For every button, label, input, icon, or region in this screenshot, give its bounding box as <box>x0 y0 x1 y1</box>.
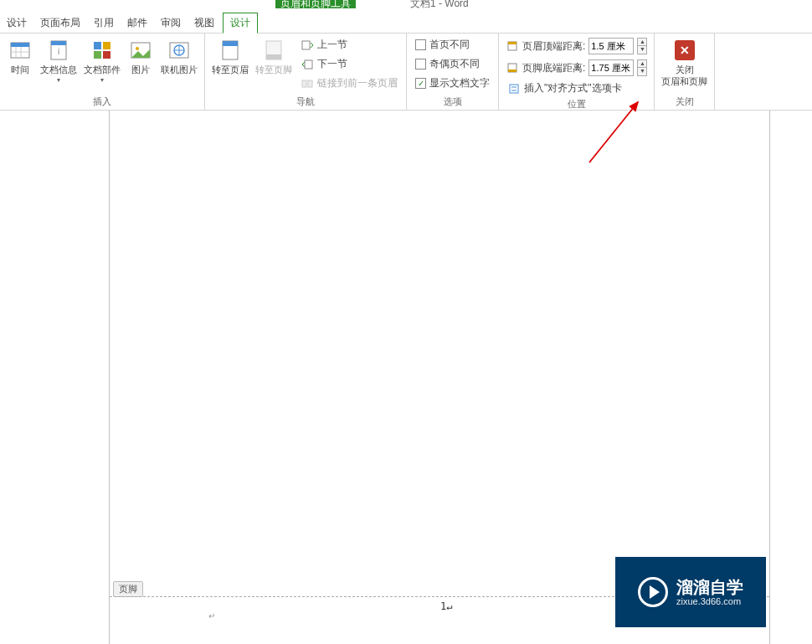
group-insert-label: 插入 <box>3 95 201 110</box>
header-top-distance-label: 页眉顶端距离: <box>522 39 585 54</box>
button-next-section[interactable]: 下一节 <box>299 56 399 72</box>
svg-rect-22 <box>302 80 306 87</box>
svg-rect-17 <box>223 41 238 46</box>
svg-rect-21 <box>305 60 312 69</box>
doc-parts-icon <box>89 37 116 64</box>
footer-bottom-distance-row: 页脚底端距离: ▲ ▼ <box>506 59 647 77</box>
button-doc-parts[interactable]: 文档部件 ▾ <box>80 35 124 85</box>
footer-bottom-distance-input[interactable] <box>588 59 634 76</box>
group-navigation-label: 导航 <box>208 95 403 110</box>
tab-mailings[interactable]: 邮件 <box>121 13 154 33</box>
svg-rect-20 <box>302 41 310 49</box>
group-position: 页眉顶端距离: ▲ ▼ 页脚底端距离: ▲ ▼ <box>499 33 655 110</box>
footer-bottom-distance-label: 页脚底端距离: <box>522 61 585 75</box>
svg-rect-6 <box>51 41 66 45</box>
spin-down-button[interactable]: ▼ <box>637 68 647 76</box>
checkbox-icon <box>415 39 426 50</box>
datetime-icon <box>7 37 33 64</box>
button-prev-section[interactable]: 上一节 <box>299 37 399 53</box>
link-previous-icon <box>301 77 314 90</box>
goto-footer-icon <box>260 37 287 64</box>
svg-rect-19 <box>266 54 281 59</box>
page-number[interactable]: 1↵ <box>440 600 452 612</box>
group-navigation: 转至页眉 转至页脚 上一节 下一节 链接到前一条页眉 <box>205 33 407 110</box>
doc-info-icon: i <box>45 37 72 64</box>
tab-design-main[interactable]: 设计 <box>0 13 33 33</box>
prev-section-icon <box>301 39 314 52</box>
svg-rect-28 <box>510 85 518 93</box>
spin-up-button[interactable]: ▲ <box>637 38 647 46</box>
button-picture[interactable]: 图片 <box>124 35 157 77</box>
spin-up-button[interactable]: ▲ <box>637 59 647 68</box>
spin-down-button[interactable]: ▼ <box>637 46 647 54</box>
button-datetime[interactable]: 时间 <box>3 35 37 77</box>
watermark-cn: 溜溜自学 <box>676 578 743 596</box>
goto-header-icon <box>217 37 244 64</box>
button-insert-align-tab[interactable]: 插入"对齐方式"选项卡 <box>506 80 647 96</box>
tab-page-layout[interactable]: 页面布局 <box>33 13 87 33</box>
chevron-down-icon: ▾ <box>100 77 104 84</box>
checkbox-checked-icon: ✓ <box>415 78 426 89</box>
tab-references[interactable]: 引用 <box>87 13 121 33</box>
button-link-previous[interactable]: 链接到前一条页眉 <box>299 75 399 91</box>
group-options-label: 选项 <box>410 95 495 110</box>
header-top-distance-input[interactable] <box>588 38 634 54</box>
button-doc-info[interactable]: i 文档信息 ▾ <box>37 35 80 85</box>
button-goto-header[interactable]: 转至页眉 <box>208 35 252 77</box>
group-close-label: 关闭 <box>658 95 711 110</box>
footer-tag: 页脚 <box>113 581 143 597</box>
group-insert: 时间 i 文档信息 ▾ 文档部件 ▾ 图片 <box>0 33 205 110</box>
play-icon <box>638 577 668 607</box>
close-icon: ✕ <box>671 37 698 64</box>
svg-rect-1 <box>11 43 29 47</box>
svg-rect-8 <box>94 42 101 49</box>
checkbox-diff-first[interactable]: 首页不同 <box>414 37 491 53</box>
checkbox-show-doc-text[interactable]: ✓ 显示文档文字 <box>414 75 491 91</box>
header-distance-icon <box>506 39 519 53</box>
group-close: ✕ 关闭 页眉和页脚 关闭 <box>655 33 715 110</box>
footer-distance-icon <box>506 61 519 75</box>
chevron-down-icon: ▾ <box>57 77 60 84</box>
contextual-tool-label: 页眉和页脚工具 <box>275 0 356 8</box>
align-tab-icon <box>507 82 521 95</box>
svg-rect-9 <box>103 42 110 49</box>
checkbox-icon <box>415 59 426 70</box>
tabs-row: 设计 页面布局 引用 邮件 审阅 视图 设计 <box>0 15 812 33</box>
paragraph-mark: ↵ <box>208 611 215 621</box>
tab-design-context[interactable]: 设计 <box>223 13 258 33</box>
next-section-icon <box>301 58 314 71</box>
title-bar: 页眉和页脚工具 文档1 - Word <box>0 0 812 15</box>
tab-view[interactable]: 视图 <box>188 13 221 33</box>
checkbox-diff-odd-even[interactable]: 奇偶页不同 <box>414 56 491 72</box>
watermark-logo: 溜溜自学 zixue.3d66.com <box>615 557 766 627</box>
watermark-en: zixue.3d66.com <box>676 596 743 606</box>
button-goto-footer[interactable]: 转至页脚 <box>252 35 296 77</box>
button-close-header-footer[interactable]: ✕ 关闭 页眉和页脚 <box>658 35 711 89</box>
svg-point-13 <box>136 47 139 50</box>
svg-rect-27 <box>508 70 516 72</box>
online-picture-icon <box>166 37 193 64</box>
ribbon: 时间 i 文档信息 ▾ 文档部件 ▾ 图片 <box>0 33 812 111</box>
button-online-picture[interactable]: 联机图片 <box>157 35 201 77</box>
document-title: 文档1 - Word <box>410 0 469 8</box>
svg-rect-23 <box>308 80 312 87</box>
svg-rect-25 <box>508 42 516 44</box>
svg-rect-11 <box>103 51 110 59</box>
svg-rect-10 <box>94 51 101 59</box>
group-options: 首页不同 奇偶页不同 ✓ 显示文档文字 选项 <box>407 33 499 110</box>
tab-review[interactable]: 审阅 <box>154 13 188 33</box>
header-top-distance-row: 页眉顶端距离: ▲ ▼ <box>506 37 647 55</box>
svg-text:i: i <box>58 47 59 56</box>
picture-icon <box>127 37 154 64</box>
